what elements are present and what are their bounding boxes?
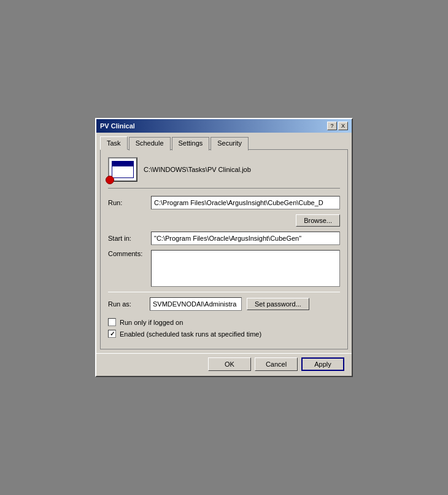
run-as-label: Run as: [108,300,145,308]
tab-strip: Task Schedule Settings Security [100,136,348,150]
tab-task[interactable]: Task [100,136,128,150]
title-bar: PV Clinical ? X [96,119,352,133]
help-button[interactable]: ? [327,122,337,130]
browse-button[interactable]: Browse... [296,214,340,227]
title-bar-buttons: ? X [327,122,348,130]
main-window: PV Clinical ? X Task Schedule Settings S… [95,118,353,377]
run-input[interactable] [151,196,340,209]
ok-button[interactable]: OK [208,357,251,371]
file-path: C:\WINDOWS\Tasks\PV Clinical.job [144,166,251,173]
file-icon [108,157,137,182]
cancel-button[interactable]: Cancel [255,357,298,371]
start-in-input[interactable] [151,232,340,245]
tab-settings[interactable]: Settings [172,137,210,150]
checkbox2-label: Enabled (scheduled task runs at specifie… [120,330,261,338]
run-as-row: Run as: Set password... [108,297,340,311]
run-only-if-logged-checkbox[interactable] [108,318,116,326]
run-field-row: Run: [108,196,340,209]
file-icon-row: C:\WINDOWS\Tasks\PV Clinical.job [108,157,340,189]
checkbox1-label: Run only if logged on [120,319,183,326]
start-in-row: Start in: [108,232,340,245]
start-in-label: Start in: [108,235,151,242]
close-button[interactable]: X [338,122,348,130]
window-body: Task Schedule Settings Security C:\WINDO… [96,133,352,353]
enabled-checkbox[interactable] [108,330,116,338]
checkbox2-row: Enabled (scheduled task runs at specifie… [108,330,340,338]
run-as-input[interactable] [150,297,242,311]
file-icon-inner [112,161,134,178]
tab-schedule[interactable]: Schedule [129,137,171,150]
bottom-buttons: OK Cancel Apply [96,353,352,376]
apply-button[interactable]: Apply [301,357,344,371]
comments-label: Comments: [108,250,151,257]
divider-1 [108,292,340,292]
file-icon-badge [106,176,114,184]
browse-row: Browse... [108,214,340,227]
run-label: Run: [108,199,151,206]
tab-security[interactable]: Security [210,137,249,150]
checkbox1-row: Run only if logged on [108,318,340,326]
comments-row: Comments: [108,250,340,287]
comments-textarea[interactable] [151,250,340,287]
tab-content-task: C:\WINDOWS\Tasks\PV Clinical.job Run: Br… [100,149,348,349]
set-password-button[interactable]: Set password... [247,298,309,310]
window-title: PV Clinical [100,122,135,130]
